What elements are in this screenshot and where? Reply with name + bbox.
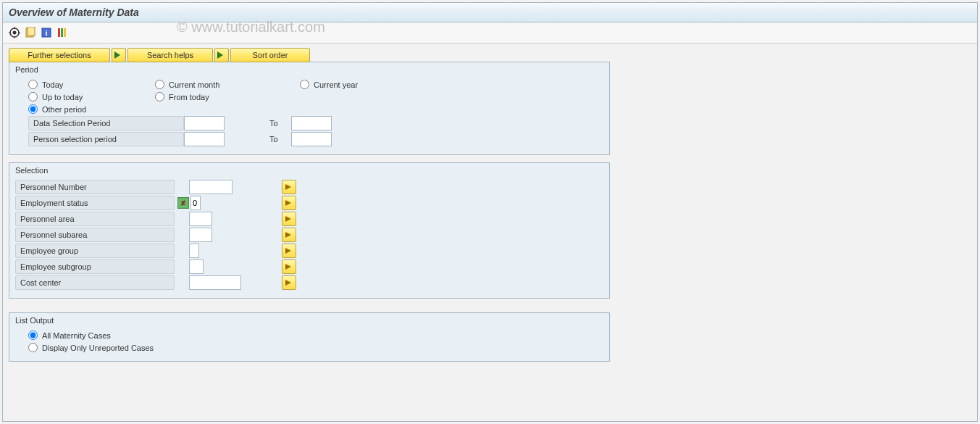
personnel-subarea-label: Personnel subarea (15, 228, 175, 242)
data-selection-period-label: Data Selection Period (28, 116, 184, 130)
arrow-right-icon (285, 216, 293, 222)
further-selections-button[interactable]: Further selections (9, 48, 110, 62)
radio-up-to-today-label: Up to today (42, 93, 83, 101)
personnel-area-multi-button[interactable] (282, 212, 296, 226)
variant-icon[interactable] (25, 27, 36, 38)
arrow-right-icon (217, 51, 226, 59)
radio-current-year-label: Current year (314, 80, 358, 89)
radio-up-to-today[interactable] (28, 92, 38, 101)
arrow-right-icon (114, 51, 123, 59)
svg-text:i: i (45, 28, 47, 37)
to-label: To (269, 135, 291, 144)
radio-current-month[interactable] (155, 80, 164, 89)
svg-rect-12 (64, 28, 66, 37)
color-bars-icon[interactable] (56, 27, 68, 38)
person-selection-period-label: Person selection period (28, 132, 184, 146)
data-selection-from-input[interactable] (184, 116, 225, 130)
radio-from-today-label: From today (169, 93, 209, 101)
page-title: Overview of Maternity Data (3, 3, 977, 22)
radio-all-maternity[interactable] (28, 331, 38, 340)
arrow-right-icon (285, 280, 293, 286)
radio-today[interactable] (28, 80, 38, 89)
arrow-right-icon (285, 200, 293, 206)
person-selection-to-input[interactable] (291, 132, 332, 146)
employee-group-multi-button[interactable] (282, 244, 296, 258)
personnel-number-input[interactable] (189, 180, 233, 194)
svg-rect-10 (58, 28, 60, 37)
personnel-subarea-input[interactable] (189, 228, 212, 242)
svg-marker-21 (285, 280, 291, 286)
employee-subgroup-input[interactable] (189, 259, 204, 274)
radio-unreported[interactable] (28, 343, 38, 352)
execute-icon[interactable] (9, 27, 20, 38)
sort-order-expand-button[interactable] (214, 48, 229, 62)
radio-other-period-label: Other period (42, 105, 86, 114)
personnel-area-input[interactable] (189, 212, 212, 226)
employee-group-input[interactable] (189, 244, 199, 258)
search-helps-button[interactable]: Search helps (127, 48, 213, 62)
toolbar: i © www.tutorialkart.com (3, 22, 977, 43)
arrow-right-icon (285, 232, 293, 238)
cost-center-label: Cost center (15, 275, 175, 290)
arrow-right-icon (285, 264, 293, 270)
employee-group-label: Employee group (15, 244, 175, 258)
svg-marker-19 (285, 248, 291, 254)
radio-unreported-label: Display Only Unreported Cases (42, 344, 154, 352)
sort-order-button[interactable]: Sort order (230, 48, 310, 62)
radio-current-year[interactable] (300, 80, 309, 89)
svg-marker-20 (285, 264, 291, 270)
search-helps-expand-button[interactable] (112, 48, 126, 62)
svg-rect-7 (28, 27, 35, 36)
personnel-number-label: Personnel Number (15, 180, 175, 194)
svg-point-1 (13, 31, 17, 35)
radio-from-today[interactable] (155, 92, 164, 101)
selection-button-row: Further selections Search helps Sort ord… (9, 48, 971, 62)
arrow-right-icon (285, 248, 293, 254)
svg-rect-11 (61, 28, 63, 37)
employment-status-input[interactable] (190, 196, 201, 210)
list-output-group: List Output All Maternity Cases Display … (9, 312, 610, 362)
radio-other-period[interactable] (28, 104, 38, 114)
period-group: Period Today Current month Current year (9, 62, 610, 155)
personnel-area-label: Personnel area (15, 212, 175, 226)
info-icon[interactable]: i (41, 27, 52, 38)
svg-marker-14 (217, 51, 223, 59)
svg-marker-15 (285, 184, 291, 190)
employee-subgroup-label: Employee subgroup (15, 259, 175, 274)
content-area: Further selections Search helps Sort ord… (3, 43, 977, 366)
employment-status-multi-button[interactable] (282, 196, 296, 210)
to-label: To (269, 119, 291, 128)
person-selection-from-input[interactable] (184, 132, 225, 146)
list-output-group-title: List Output (15, 316, 603, 325)
selection-group-title: Selection (15, 166, 603, 175)
cost-center-input[interactable] (189, 275, 241, 290)
arrow-right-icon (285, 184, 293, 190)
svg-marker-16 (285, 200, 291, 206)
period-group-title: Period (15, 65, 603, 74)
cost-center-multi-button[interactable] (282, 275, 296, 290)
employment-status-label: Employment status (15, 196, 175, 210)
radio-current-month-label: Current month (169, 80, 219, 89)
personnel-number-multi-button[interactable] (282, 180, 296, 194)
selection-group: Selection Personnel Number Employment st… (9, 162, 610, 299)
employee-subgroup-multi-button[interactable] (282, 259, 296, 274)
app-frame: Overview of Maternity Data i © www.tutor… (2, 2, 978, 422)
radio-today-label: Today (42, 80, 63, 89)
not-equal-icon[interactable]: ≠ (177, 197, 189, 209)
svg-marker-18 (285, 232, 291, 238)
svg-marker-17 (285, 216, 291, 222)
personnel-subarea-multi-button[interactable] (282, 228, 296, 242)
radio-all-maternity-label: All Maternity Cases (42, 331, 111, 340)
svg-marker-13 (114, 51, 120, 59)
data-selection-to-input[interactable] (291, 116, 332, 130)
